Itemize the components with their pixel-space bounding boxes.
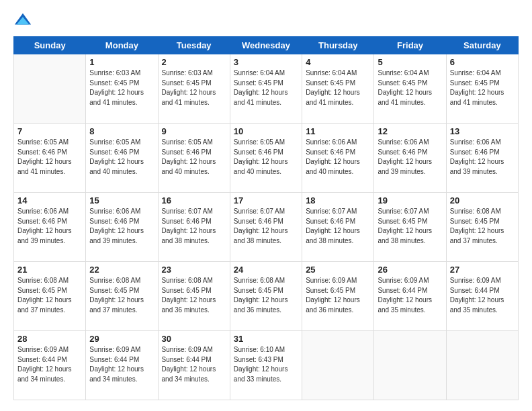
day-number: 31 <box>234 334 298 344</box>
day-detail: Sunrise: 6:05 AMSunset: 6:46 PMDaylight:… <box>17 138 82 177</box>
day-number: 29 <box>89 334 154 344</box>
header <box>13 11 519 30</box>
calendar-cell <box>302 331 374 400</box>
day-number: 27 <box>450 265 515 275</box>
day-detail: Sunrise: 6:07 AMSunset: 6:45 PMDaylight:… <box>378 207 442 246</box>
day-detail: Sunrise: 6:06 AMSunset: 6:46 PMDaylight:… <box>306 138 370 177</box>
day-detail: Sunrise: 6:04 AMSunset: 6:45 PMDaylight:… <box>234 68 298 107</box>
calendar-cell: 5Sunrise: 6:04 AMSunset: 6:45 PMDaylight… <box>374 54 446 124</box>
day-number: 22 <box>89 265 154 275</box>
calendar-cell: 25Sunrise: 6:09 AMSunset: 6:45 PMDayligh… <box>302 262 374 331</box>
day-number: 8 <box>89 126 154 136</box>
week-row-2: 14Sunrise: 6:06 AMSunset: 6:46 PMDayligh… <box>14 193 519 262</box>
day-number: 5 <box>378 57 442 67</box>
day-number: 12 <box>378 126 442 136</box>
calendar-cell: 4Sunrise: 6:04 AMSunset: 6:45 PMDaylight… <box>302 54 374 124</box>
calendar-cell: 16Sunrise: 6:07 AMSunset: 6:46 PMDayligh… <box>158 193 230 262</box>
day-number: 21 <box>17 265 82 275</box>
calendar-cell: 13Sunrise: 6:06 AMSunset: 6:46 PMDayligh… <box>446 124 518 193</box>
day-detail: Sunrise: 6:06 AMSunset: 6:46 PMDaylight:… <box>17 207 82 246</box>
calendar-cell: 7Sunrise: 6:05 AMSunset: 6:46 PMDaylight… <box>14 124 86 193</box>
week-row-4: 28Sunrise: 6:09 AMSunset: 6:44 PMDayligh… <box>14 331 519 400</box>
day-detail: Sunrise: 6:04 AMSunset: 6:45 PMDaylight:… <box>378 68 442 107</box>
header-day-wednesday: Wednesday <box>230 37 302 54</box>
day-detail: Sunrise: 6:09 AMSunset: 6:44 PMDaylight:… <box>450 276 515 315</box>
day-number: 30 <box>162 334 226 344</box>
day-number: 16 <box>162 195 226 205</box>
day-detail: Sunrise: 6:06 AMSunset: 6:46 PMDaylight:… <box>450 138 515 177</box>
day-number: 20 <box>450 195 515 205</box>
calendar-cell: 27Sunrise: 6:09 AMSunset: 6:44 PMDayligh… <box>446 262 518 331</box>
day-detail: Sunrise: 6:09 AMSunset: 6:44 PMDaylight:… <box>162 345 226 384</box>
day-detail: Sunrise: 6:04 AMSunset: 6:45 PMDaylight:… <box>306 68 370 107</box>
day-detail: Sunrise: 6:06 AMSunset: 6:46 PMDaylight:… <box>89 207 154 246</box>
day-number: 13 <box>450 126 515 136</box>
day-detail: Sunrise: 6:07 AMSunset: 6:46 PMDaylight:… <box>162 207 226 246</box>
day-detail: Sunrise: 6:09 AMSunset: 6:44 PMDaylight:… <box>17 345 82 384</box>
calendar-cell: 14Sunrise: 6:06 AMSunset: 6:46 PMDayligh… <box>14 193 86 262</box>
calendar-body: 1Sunrise: 6:03 AMSunset: 6:45 PMDaylight… <box>14 54 519 400</box>
calendar-cell: 20Sunrise: 6:08 AMSunset: 6:45 PMDayligh… <box>446 193 518 262</box>
day-detail: Sunrise: 6:08 AMSunset: 6:45 PMDaylight:… <box>89 276 154 315</box>
calendar-cell: 11Sunrise: 6:06 AMSunset: 6:46 PMDayligh… <box>302 124 374 193</box>
day-number: 10 <box>234 126 298 136</box>
calendar-cell <box>14 54 86 124</box>
header-day-saturday: Saturday <box>446 37 518 54</box>
calendar-cell: 2Sunrise: 6:03 AMSunset: 6:45 PMDaylight… <box>158 54 230 124</box>
day-detail: Sunrise: 6:10 AMSunset: 6:43 PMDaylight:… <box>234 345 298 384</box>
calendar-cell: 1Sunrise: 6:03 AMSunset: 6:45 PMDaylight… <box>86 54 158 124</box>
day-detail: Sunrise: 6:09 AMSunset: 6:44 PMDaylight:… <box>378 276 442 315</box>
calendar-cell <box>374 331 446 400</box>
day-number: 25 <box>306 265 370 275</box>
calendar-cell: 8Sunrise: 6:05 AMSunset: 6:46 PMDaylight… <box>86 124 158 193</box>
calendar-table: SundayMondayTuesdayWednesdayThursdayFrid… <box>13 36 519 400</box>
logo <box>13 11 35 30</box>
day-detail: Sunrise: 6:03 AMSunset: 6:45 PMDaylight:… <box>162 68 226 107</box>
week-row-0: 1Sunrise: 6:03 AMSunset: 6:45 PMDaylight… <box>14 54 519 124</box>
calendar-cell: 28Sunrise: 6:09 AMSunset: 6:44 PMDayligh… <box>14 331 86 400</box>
day-detail: Sunrise: 6:05 AMSunset: 6:46 PMDaylight:… <box>234 138 298 177</box>
calendar-cell: 21Sunrise: 6:08 AMSunset: 6:45 PMDayligh… <box>14 262 86 331</box>
day-number: 6 <box>450 57 515 67</box>
day-detail: Sunrise: 6:04 AMSunset: 6:45 PMDaylight:… <box>450 68 515 107</box>
day-number: 1 <box>89 57 154 67</box>
week-row-1: 7Sunrise: 6:05 AMSunset: 6:46 PMDaylight… <box>14 124 519 193</box>
day-number: 2 <box>162 57 226 67</box>
day-detail: Sunrise: 6:08 AMSunset: 6:45 PMDaylight:… <box>234 276 298 315</box>
calendar-cell: 19Sunrise: 6:07 AMSunset: 6:45 PMDayligh… <box>374 193 446 262</box>
day-number: 23 <box>162 265 226 275</box>
calendar-cell: 24Sunrise: 6:08 AMSunset: 6:45 PMDayligh… <box>230 262 302 331</box>
calendar-header: SundayMondayTuesdayWednesdayThursdayFrid… <box>14 37 519 54</box>
calendar-cell: 18Sunrise: 6:07 AMSunset: 6:46 PMDayligh… <box>302 193 374 262</box>
day-number: 19 <box>378 195 442 205</box>
day-detail: Sunrise: 6:05 AMSunset: 6:46 PMDaylight:… <box>89 138 154 177</box>
logo-icon <box>13 11 32 30</box>
page: SundayMondayTuesdayWednesdayThursdayFrid… <box>0 0 532 411</box>
calendar-cell: 3Sunrise: 6:04 AMSunset: 6:45 PMDaylight… <box>230 54 302 124</box>
calendar-cell: 10Sunrise: 6:05 AMSunset: 6:46 PMDayligh… <box>230 124 302 193</box>
day-detail: Sunrise: 6:07 AMSunset: 6:46 PMDaylight:… <box>306 207 370 246</box>
calendar-cell: 22Sunrise: 6:08 AMSunset: 6:45 PMDayligh… <box>86 262 158 331</box>
day-number: 24 <box>234 265 298 275</box>
day-number: 11 <box>306 126 370 136</box>
day-number: 26 <box>378 265 442 275</box>
calendar-cell: 23Sunrise: 6:08 AMSunset: 6:45 PMDayligh… <box>158 262 230 331</box>
day-detail: Sunrise: 6:09 AMSunset: 6:44 PMDaylight:… <box>89 345 154 384</box>
calendar-cell: 6Sunrise: 6:04 AMSunset: 6:45 PMDaylight… <box>446 54 518 124</box>
header-day-monday: Monday <box>86 37 158 54</box>
calendar-cell: 15Sunrise: 6:06 AMSunset: 6:46 PMDayligh… <box>86 193 158 262</box>
day-detail: Sunrise: 6:07 AMSunset: 6:46 PMDaylight:… <box>234 207 298 246</box>
day-number: 18 <box>306 195 370 205</box>
calendar-cell: 12Sunrise: 6:06 AMSunset: 6:46 PMDayligh… <box>374 124 446 193</box>
header-day-tuesday: Tuesday <box>158 37 230 54</box>
day-number: 4 <box>306 57 370 67</box>
calendar-cell: 29Sunrise: 6:09 AMSunset: 6:44 PMDayligh… <box>86 331 158 400</box>
calendar-cell: 31Sunrise: 6:10 AMSunset: 6:43 PMDayligh… <box>230 331 302 400</box>
day-number: 15 <box>89 195 154 205</box>
calendar-cell: 26Sunrise: 6:09 AMSunset: 6:44 PMDayligh… <box>374 262 446 331</box>
day-detail: Sunrise: 6:05 AMSunset: 6:46 PMDaylight:… <box>162 138 226 177</box>
day-detail: Sunrise: 6:09 AMSunset: 6:45 PMDaylight:… <box>306 276 370 315</box>
day-number: 3 <box>234 57 298 67</box>
day-number: 7 <box>17 126 82 136</box>
day-number: 28 <box>17 334 82 344</box>
